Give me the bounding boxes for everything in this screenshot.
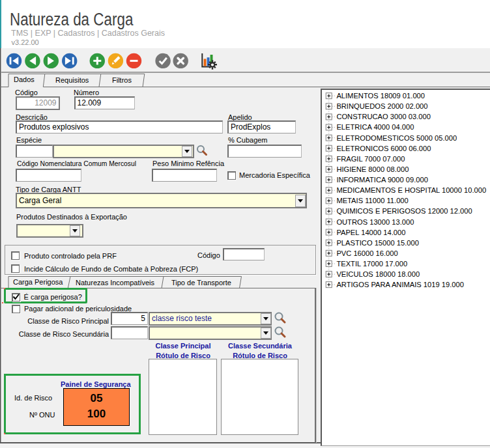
svg-text:ELETRONICOS 6000 06.000: ELETRONICOS 6000 06.000 bbox=[336, 145, 431, 152]
svg-text:QUIMICOS E PERIGOSOS 12000 12.: QUIMICOS E PERIGOSOS 12000 12.000 bbox=[336, 207, 472, 215]
svg-text:OUTROS 13000 13.000: OUTROS 13000 13.000 bbox=[336, 218, 414, 226]
svg-text:ALIMENTOS 18009 01.000: ALIMENTOS 18009 01.000 bbox=[336, 92, 425, 100]
svg-text:VEICULOS 18000 18.000: VEICULOS 18000 18.000 bbox=[336, 270, 420, 278]
svg-text:PVC 16000 16.000: PVC 16000 16.000 bbox=[336, 249, 397, 257]
svg-text:PLASTICO 15000 15.000: PLASTICO 15000 15.000 bbox=[336, 239, 419, 247]
svg-text:MEDICAMENTOS E HOSPITAL 10000: MEDICAMENTOS E HOSPITAL 10000 10.000 bbox=[336, 186, 486, 194]
svg-text:PAPEL 14000 14.000: PAPEL 14000 14.000 bbox=[336, 229, 405, 236]
svg-text:ELETRICA 4000 04.000: ELETRICA 4000 04.000 bbox=[336, 123, 414, 131]
svg-text:ELETRODOMESTICOS 5000 05.000: ELETRODOMESTICOS 5000 05.000 bbox=[336, 134, 457, 142]
svg-text:INFORMATICA 9000 09.000: INFORMATICA 9000 09.000 bbox=[336, 176, 428, 184]
svg-text:BRINQUEDOS 2000 02.000: BRINQUEDOS 2000 02.000 bbox=[336, 102, 427, 110]
svg-text:TEXTIL 17000 17.000: TEXTIL 17000 17.000 bbox=[336, 260, 407, 268]
svg-text:CONSTRUCAO 3000 03.000: CONSTRUCAO 3000 03.000 bbox=[336, 113, 430, 120]
svg-text:METAIS 11000 11.000: METAIS 11000 11.000 bbox=[336, 197, 408, 204]
svg-text:ARTIGOS PARA ANIMAIS 1019 19.0: ARTIGOS PARA ANIMAIS 1019 19.000 bbox=[336, 281, 464, 288]
svg-text:HIGIENE 8000 08.000: HIGIENE 8000 08.000 bbox=[336, 165, 409, 173]
svg-text:FRAGIL 7000 07.000: FRAGIL 7000 07.000 bbox=[336, 155, 405, 163]
